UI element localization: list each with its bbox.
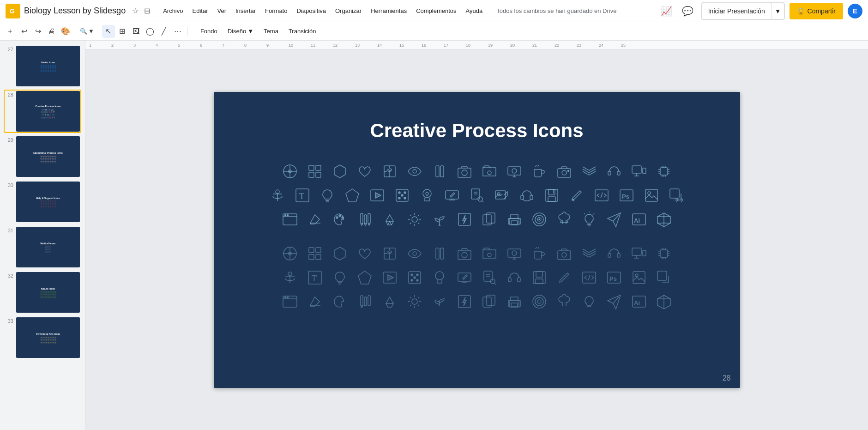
- slide-thumb-30[interactable]: 30 Help & Support Icons ❓❓❓❓❓❓❓❓❓❓❓❓❓❓❓❓…: [4, 180, 81, 224]
- icon-b-cube: [653, 291, 675, 313]
- icon-b-diamond: [354, 266, 376, 289]
- menu-bar: Archivo Editar Ver Insertar Formato Diap…: [158, 6, 487, 16]
- slide-thumb-31[interactable]: 31 Medical Icons ⚕⚕⚕⚕⚕⚕⚕⚕⚕⚕⚕⚕⚕⚕⚕⚕⚕⚕⚕⚕⚕: [4, 225, 81, 269]
- icon-compass: [279, 160, 301, 182]
- svg-text:T: T: [299, 192, 304, 201]
- comment-icon[interactable]: 💬: [680, 3, 696, 19]
- svg-rect-208: [511, 303, 518, 307]
- more-tools[interactable]: ⋯: [171, 25, 184, 38]
- svg-point-210: [535, 297, 543, 306]
- svg-rect-22: [558, 169, 571, 177]
- text-box-tool[interactable]: ⊞: [116, 25, 129, 38]
- transicion-button[interactable]: Transición: [284, 25, 320, 38]
- present-button[interactable]: Iniciar Presentación: [701, 3, 772, 19]
- diseno-button[interactable]: Diseño ▼: [223, 25, 258, 38]
- print-button[interactable]: 🖨: [45, 25, 58, 38]
- tema-button[interactable]: Tema: [259, 25, 283, 38]
- slide-num-28: 28: [5, 92, 13, 97]
- menu-herramientas[interactable]: Herramientas: [366, 6, 411, 16]
- toolbar: + ↩ ↪ 🖨 🎨 🔍 ▼ ↖ ⊞ 🖼 ◯ ╱ ⋯ Fondo Diseño ▼…: [0, 22, 868, 41]
- share-button[interactable]: 🔒 Compartir: [790, 3, 843, 19]
- trending-icon[interactable]: 📈: [658, 3, 675, 19]
- svg-point-169: [411, 274, 413, 276]
- svg-point-91: [342, 217, 344, 218]
- icon-image-frame: [640, 184, 663, 206]
- slide-canvas: Creative Process Icons: [214, 92, 740, 388]
- svg-rect-72: [530, 195, 533, 200]
- menu-editar[interactable]: Editar: [188, 6, 213, 16]
- svg-rect-130: [458, 250, 471, 260]
- svg-rect-81: [645, 189, 657, 201]
- icon-cube: [653, 208, 675, 230]
- menu-complementos[interactable]: Complementos: [411, 6, 461, 16]
- drive-icon[interactable]: ⊟: [144, 6, 150, 15]
- redo-button[interactable]: ↪: [31, 25, 44, 38]
- menu-insertar[interactable]: Insertar: [231, 6, 260, 16]
- icon-coffee: [528, 160, 550, 182]
- zoom-control[interactable]: 🔍 ▼: [78, 25, 96, 38]
- slide-thumb-27[interactable]: 27 Avatar Icons 👤👤👤👤👤👤👤👤👤👤👤👤👤👤👤👤👤👤👤👤👤: [4, 44, 81, 88]
- menu-ayuda[interactable]: Ayuda: [461, 6, 488, 16]
- svg-point-192: [635, 274, 638, 277]
- icon-camera: [453, 160, 476, 182]
- slide-thumb-29[interactable]: 29 Educational Process Icons 📚📚📚📚📚📚📚📚📚📚📚…: [4, 135, 81, 178]
- select-tool[interactable]: ↖: [102, 25, 115, 38]
- icon-b-brain: [553, 291, 575, 313]
- view-controls: Fondo Diseño ▼ Tema Transición: [196, 25, 321, 38]
- svg-line-109: [593, 213, 594, 214]
- icon-search-doc: [466, 184, 488, 206]
- slide-thumb-32[interactable]: 32 Nature Icons 🌿🌿🌿🌿🌿🌿🌿🌿🌿🌿🌿🌿🌿🌿🌿🌿🌿🌿🌿🌿🌿: [4, 271, 81, 314]
- menu-archivo[interactable]: Archivo: [158, 6, 187, 16]
- undo-button[interactable]: ↩: [18, 25, 30, 38]
- svg-point-23: [562, 170, 567, 175]
- svg-rect-93: [364, 215, 367, 224]
- slide-thumb-33[interactable]: 33 Performing Arts Icons 🎭🎭🎭🎭🎭🎭🎭🎭🎭🎭🎭🎭🎭🎭🎭…: [4, 316, 81, 359]
- shape-tool[interactable]: ◯: [144, 25, 157, 38]
- star-icon[interactable]: ☆: [132, 6, 139, 15]
- svg-rect-123: [309, 254, 314, 260]
- doc-title[interactable]: Biology Lesson by Slidesgo: [24, 6, 126, 16]
- menu-organizar[interactable]: Organizar: [331, 6, 366, 16]
- svg-rect-124: [316, 254, 321, 260]
- svg-marker-204: [463, 297, 466, 306]
- svg-rect-142: [643, 250, 646, 256]
- menu-formato[interactable]: Formato: [260, 6, 292, 16]
- image-tool[interactable]: 🖼: [130, 25, 143, 38]
- icon-b-bolt: [453, 291, 476, 313]
- svg-rect-199: [361, 296, 363, 306]
- icon-layers: [578, 160, 600, 182]
- svg-rect-201: [368, 296, 370, 306]
- present-dropdown[interactable]: ▼: [772, 3, 784, 19]
- line-tool[interactable]: ╱: [157, 25, 170, 38]
- icon-b-headphones: [603, 242, 625, 265]
- icon-b-text: T: [304, 266, 326, 289]
- separator-2: [99, 27, 99, 36]
- present-label: Iniciar Presentación: [708, 7, 765, 15]
- slide-preview-32: Nature Icons 🌿🌿🌿🌿🌿🌿🌿🌿🌿🌿🌿🌿🌿🌿🌿🌿🌿🌿🌿🌿🌿: [16, 272, 80, 313]
- add-button[interactable]: +: [4, 25, 17, 38]
- share-lock-icon: 🔒: [797, 7, 805, 15]
- paint-format-button[interactable]: 🎨: [59, 25, 72, 38]
- icon-b-eye: [404, 242, 426, 265]
- menu-ver[interactable]: Ver: [212, 6, 231, 16]
- icon-text-T: T: [291, 184, 313, 206]
- app-logo[interactable]: G: [6, 4, 20, 18]
- slide-canvas-container[interactable]: Creative Process Icons: [85, 50, 868, 430]
- horizontal-ruler: 1 2 3 4 5 6 7 8 9 10 11 12 13 14 15 16 1…: [85, 41, 868, 50]
- svg-point-211: [537, 300, 541, 303]
- svg-point-58: [398, 197, 400, 199]
- icon-b-camera2: [553, 242, 575, 265]
- icon-b-ps: Ps: [603, 266, 625, 289]
- user-avatar[interactable]: E: [848, 4, 862, 18]
- svg-rect-25: [608, 171, 611, 175]
- menu-diapositiva[interactable]: Diapositiva: [292, 6, 331, 16]
- svg-point-171: [416, 274, 418, 276]
- svg-point-138: [562, 253, 567, 257]
- icon-hexagon: [329, 160, 351, 182]
- slide-thumb-28[interactable]: 28 Creative Process Icons ⚙⊟◆▶⊡♟☕⊙⊟◻⊞|||…: [4, 90, 81, 133]
- icon-grid-puzzle: [304, 160, 326, 182]
- fondo-button[interactable]: Fondo: [196, 25, 222, 38]
- svg-rect-73: [546, 189, 558, 201]
- icon-b-floppy: [528, 266, 550, 289]
- svg-rect-8: [309, 172, 314, 177]
